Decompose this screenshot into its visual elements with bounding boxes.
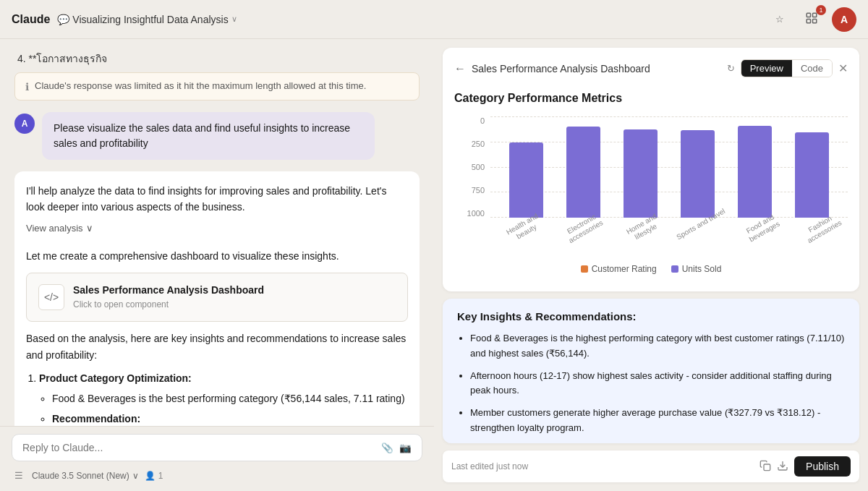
list-item: Member customers generate higher average… <box>470 406 845 436</box>
customer-rating-dot <box>581 265 588 273</box>
main-area: 4. **โอกาสทางธุรกิจ ℹ Claude's response … <box>0 39 868 491</box>
last-edited: Last edited just now <box>451 461 528 471</box>
camera-icon: 📷 <box>399 443 412 453</box>
attachment-icon: 📎 <box>381 443 393 453</box>
warning-box: ℹ Claude's response was limited as it hi… <box>14 72 420 101</box>
list-item: Food & Beverages is the highest performi… <box>470 331 845 362</box>
back-button[interactable]: ← <box>454 62 466 75</box>
refresh-button[interactable]: ↻ <box>727 63 735 74</box>
copy-button[interactable] <box>760 460 771 474</box>
svg-rect-0 <box>807 13 810 17</box>
view-analysis-link[interactable]: View analysis ∨ <box>26 221 93 236</box>
assistant-intro: I'll help analyze the data to find insig… <box>26 183 408 215</box>
chart-card-header: ← Sales Performance Analysis Dashboard ↻… <box>454 59 848 77</box>
insight-1-title: Product Category Optimization: <box>39 372 192 384</box>
recommendation-label: Recommendation: <box>52 413 140 424</box>
settings-button[interactable]: 1 <box>800 8 823 31</box>
claude-logo: Claude <box>12 13 50 26</box>
tab-preview[interactable]: Preview <box>741 60 792 77</box>
y-label-0: 0 <box>480 116 485 125</box>
top-bar: Claude 💬 Visualizing Insightful Data Ana… <box>0 0 868 39</box>
model-selector[interactable]: Claude 3.5 Sonnet (New) ∨ <box>32 471 139 481</box>
insights-section: Based on the analysis, here are key insi… <box>26 330 408 426</box>
y-label-750: 750 <box>472 186 485 195</box>
y-label-500: 500 <box>472 163 485 171</box>
refresh-icon: ↻ <box>727 63 735 74</box>
bottom-bar: 📎 📷 ☰ Claude 3.5 Sonnet (New) ∨ 👤 <box>0 426 434 491</box>
component-card[interactable]: </> Sales Performance Analysis Dashboard… <box>26 273 408 322</box>
sidebar-icon: ☰ <box>14 470 23 481</box>
user-count: 👤 1 <box>145 471 163 481</box>
insights-card-title: Key Insights & Recommendations: <box>457 310 845 323</box>
bar <box>738 126 772 218</box>
legend-units: Units Sold <box>671 264 722 274</box>
assistant-followup: Let me create a comprehensive dashboard … <box>26 248 408 264</box>
input-icons: 📎 📷 <box>381 443 412 453</box>
x-labels-area: Health and beautyElectronic accessoriesH… <box>490 218 848 261</box>
y-label-250: 250 <box>472 140 485 148</box>
bar <box>566 127 600 218</box>
bar <box>509 142 543 218</box>
numbered-item: 4. **โอกาสทางธุรกิจ <box>14 51 420 67</box>
insights-list: Food & Beverages is the highest performi… <box>457 331 845 443</box>
notification-badge: 1 <box>816 5 826 15</box>
publish-button[interactable]: Publish <box>794 456 851 477</box>
chat-input[interactable] <box>22 442 375 453</box>
svg-rect-3 <box>807 20 810 23</box>
bar <box>624 129 658 218</box>
chart-container: Category Performance Metrics 1000 750 50… <box>454 86 848 280</box>
insight-1-item1: Food & Beverages is the best performing … <box>52 390 408 408</box>
back-icon: ← <box>454 62 466 74</box>
chevron-down-icon: ∨ <box>132 471 139 481</box>
download-button[interactable] <box>777 460 788 474</box>
star-button[interactable]: ☆ <box>768 8 791 31</box>
insights-card: Key Insights & Recommendations: Food & B… <box>443 299 859 443</box>
chart-title: Category Performance Metrics <box>454 92 848 105</box>
copy-icon <box>760 463 771 474</box>
sidebar-toggle[interactable]: ☰ <box>12 467 26 484</box>
top-bar-left: Claude 💬 Visualizing Insightful Data Ana… <box>12 13 237 26</box>
attachment-button[interactable]: 📎 <box>381 443 393 453</box>
user-message: A Please visualize the sales data and fi… <box>14 112 420 160</box>
download-icon <box>777 463 788 474</box>
units-sold-dot <box>671 265 678 273</box>
chevron-down-icon: ∨ <box>86 221 93 236</box>
project-title-button[interactable]: 💬 Visualizing Insightful Data Analysis ∨ <box>57 14 237 25</box>
chart-legend: Customer Rating Units Sold <box>454 264 848 274</box>
bar-group <box>612 129 669 218</box>
bar-group <box>669 130 726 218</box>
tab-code[interactable]: Code <box>792 60 832 77</box>
component-info: Sales Performance Analysis Dashboard Cli… <box>73 282 264 312</box>
project-name: Visualizing Insightful Data Analysis <box>72 14 228 25</box>
svg-rect-2 <box>813 20 817 23</box>
bar-group <box>783 132 841 218</box>
top-bar-right: ☆ 1 A <box>768 7 856 32</box>
svg-rect-1 <box>813 13 817 17</box>
chart-card: ← Sales Performance Analysis Dashboard ↻… <box>443 48 859 291</box>
bar <box>795 132 829 218</box>
chat-icon: 💬 <box>57 14 69 25</box>
left-panel: 4. **โอกาสทางธุรกิจ ℹ Claude's response … <box>0 39 434 491</box>
legend-customer: Customer Rating <box>581 264 657 274</box>
settings-icon <box>805 12 818 27</box>
chevron-down-icon: ∨ <box>231 14 237 24</box>
bar <box>681 130 715 218</box>
list-item: Afternoon hours (12-17) show highest sal… <box>470 369 845 399</box>
input-area: 📎 📷 <box>12 434 422 461</box>
chat-content: 4. **โอกาสทางธุรกิจ ℹ Claude's response … <box>0 39 434 426</box>
svg-rect-4 <box>764 464 770 471</box>
bottom-controls: ☰ Claude 3.5 Sonnet (New) ∨ 👤 1 <box>12 467 422 484</box>
close-button[interactable]: ✕ <box>838 61 848 75</box>
assistant-message: I'll help analyze the data to find insig… <box>14 171 420 426</box>
user-bubble: Please visualize the sales data and find… <box>42 112 375 160</box>
warning-text: Claude's response was limited as it hit … <box>35 80 366 91</box>
user-icon: 👤 <box>145 471 156 481</box>
right-bottom-bar: Last edited just now Pu <box>443 451 859 482</box>
component-title: Sales Performance Analysis Dashboard <box>73 282 264 298</box>
avatar[interactable]: A <box>832 7 856 32</box>
bar-group <box>498 142 555 218</box>
camera-button[interactable]: 📷 <box>399 443 412 453</box>
y-axis: 1000 750 500 250 0 <box>454 116 490 218</box>
right-actions: Publish <box>760 456 851 477</box>
info-icon: ℹ <box>25 81 29 93</box>
